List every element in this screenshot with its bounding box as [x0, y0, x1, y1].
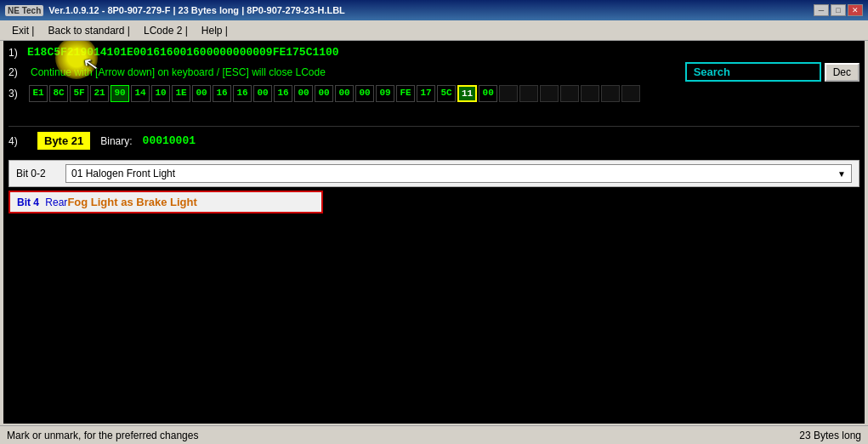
- binary-label: Binary:: [100, 135, 132, 147]
- menu-help[interactable]: Help |: [196, 23, 233, 38]
- hex-byte[interactable]: FE: [396, 85, 415, 102]
- dropdown-arrow-icon: ▼: [837, 169, 846, 179]
- menu-back-to-standard[interactable]: Back to standard |: [43, 23, 135, 38]
- hex-bytes: E18C5F219014101E00161600160000000009FE17…: [29, 85, 640, 102]
- spacer: [9, 109, 859, 126]
- restore-button[interactable]: □: [831, 4, 846, 16]
- row1: 1) E18C5F219014101E001616001600000000009…: [9, 46, 859, 59]
- dec-button[interactable]: Dec: [825, 63, 859, 82]
- window-title: Ver.1.0.9.12 - 8P0-907-279-F | 23 Bytes …: [48, 5, 345, 15]
- bit02-row: Bit 0-2 01 Halogen Front Light ▼: [9, 160, 859, 187]
- bit4-section: ↖ Bit 4 Rear Fog Light as Brake Light: [9, 191, 859, 213]
- app-logo: NE Tech: [5, 5, 43, 16]
- hex-byte[interactable]: 09: [376, 85, 394, 102]
- hex-byte[interactable]: [601, 85, 620, 102]
- binary-value: 00010001: [143, 134, 196, 147]
- bit4-row[interactable]: Bit 4 Rear Fog Light as Brake Light: [9, 191, 323, 213]
- hex-byte[interactable]: [581, 85, 599, 102]
- byte-label: Byte 21: [37, 132, 90, 150]
- menu-lcode2[interactable]: LCode 2 |: [139, 23, 193, 38]
- bit02-dropdown[interactable]: 01 Halogen Front Light ▼: [65, 164, 852, 183]
- hex-byte[interactable]: 00: [192, 85, 211, 102]
- hex-byte[interactable]: [560, 85, 579, 102]
- status-left-text: Mark or unmark, for the preferred change…: [7, 430, 198, 441]
- status-bar: Mark or unmark, for the preferred change…: [0, 425, 868, 444]
- row3: 3) E18C5F219014101E00161600160000000009F…: [9, 85, 859, 102]
- bit4-label: Bit 4: [17, 196, 39, 208]
- bit02-dropdown-value: 01 Halogen Front Light: [71, 168, 175, 179]
- row2-label: 2): [9, 66, 24, 78]
- hex-byte[interactable]: 8C: [49, 85, 68, 102]
- row3-label: 3): [9, 88, 24, 100]
- menu-exit[interactable]: Exit |: [7, 23, 39, 38]
- row1-label: 1): [9, 47, 24, 59]
- hex-byte[interactable]: 00: [335, 85, 354, 102]
- close-button[interactable]: ✕: [848, 4, 863, 16]
- hex-byte[interactable]: 11: [457, 85, 477, 102]
- hex-byte[interactable]: 00: [479, 85, 497, 102]
- row4: 4) Byte 21 Binary: 00010001: [9, 126, 859, 155]
- hex-byte[interactable]: 00: [253, 85, 272, 102]
- hex-byte[interactable]: 16: [233, 85, 252, 102]
- hex-byte[interactable]: 10: [151, 85, 170, 102]
- hex-byte[interactable]: 16: [274, 85, 292, 102]
- hex-byte[interactable]: 00: [315, 85, 333, 102]
- bit4-rear-text: Rear: [45, 196, 67, 208]
- hex-byte[interactable]: [621, 85, 640, 102]
- hex-byte[interactable]: 00: [355, 85, 374, 102]
- window-controls: ─ □ ✕: [814, 4, 863, 16]
- hex-byte[interactable]: 90: [111, 85, 129, 102]
- hex-byte[interactable]: 5F: [70, 85, 88, 102]
- byte-info-row: 4) Byte 21 Binary: 00010001: [9, 132, 859, 150]
- hex-byte[interactable]: [519, 85, 538, 102]
- hex-byte[interactable]: 5C: [437, 85, 456, 102]
- menu-bar: Exit | Back to standard | LCode 2 | Help…: [0, 20, 868, 41]
- minimize-button[interactable]: ─: [814, 4, 829, 16]
- hex-byte[interactable]: 17: [417, 85, 435, 102]
- status-right-text: 23 Bytes long: [799, 430, 861, 441]
- bit02-label: Bit 0-2: [16, 168, 59, 179]
- hex-byte[interactable]: 00: [294, 85, 313, 102]
- hex-byte[interactable]: 21: [90, 85, 109, 102]
- row2-right: Dec: [685, 62, 859, 82]
- hex-byte[interactable]: [540, 85, 559, 102]
- bit4-fog-text: Fog Light as Brake Light: [67, 196, 196, 208]
- hex-byte[interactable]: 14: [131, 85, 150, 102]
- row2: 2) Continue with [Arrow down] on keyboar…: [9, 62, 859, 82]
- hex-byte[interactable]: 16: [213, 85, 231, 102]
- row4-label: 4): [9, 135, 24, 147]
- title-bar-text: NE Tech Ver.1.0.9.12 - 8P0-907-279-F | 2…: [5, 5, 345, 16]
- hex-byte[interactable]: [499, 85, 518, 102]
- app-body: 1) E18C5F219014101E001616001600000000009…: [3, 41, 865, 424]
- search-input[interactable]: [685, 62, 821, 82]
- hex-byte[interactable]: E1: [29, 85, 48, 102]
- hex-byte[interactable]: 1E: [172, 85, 190, 102]
- title-bar: NE Tech Ver.1.0.9.12 - 8P0-907-279-F | 2…: [0, 0, 868, 20]
